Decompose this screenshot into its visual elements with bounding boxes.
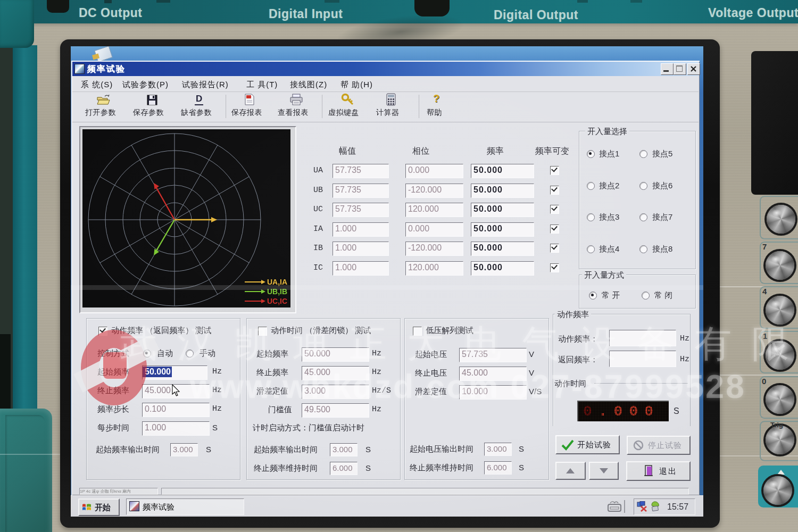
svg-text:UC,IC: UC,IC [267,297,287,305]
